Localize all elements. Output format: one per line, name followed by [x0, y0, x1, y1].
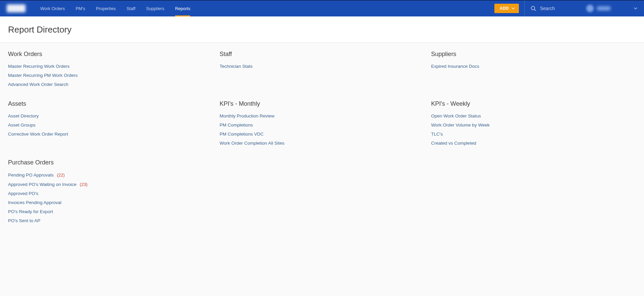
group-title: Purchase Orders	[8, 159, 213, 166]
report-link[interactable]: Work Order Completion All Sites	[220, 141, 425, 146]
report-link[interactable]: Advanced Work Order Search	[8, 82, 213, 87]
nav-work-orders[interactable]: Work Orders	[35, 0, 70, 16]
report-link[interactable]: Asset Groups	[8, 122, 213, 128]
report-links: Expired Insurance Docs	[431, 64, 636, 69]
report-links: Monthly Production Review PM Completions…	[220, 113, 425, 146]
report-link[interactable]: Master Recurring Work Orders	[8, 64, 213, 69]
report-link[interactable]: Pending PO Approvals	[8, 172, 54, 178]
report-link[interactable]: PM Completions	[220, 122, 425, 128]
search-wrap[interactable]	[525, 6, 582, 11]
count-badge: (23)	[80, 182, 88, 187]
report-link[interactable]: PM Completions VDC	[220, 132, 425, 137]
svg-line-1	[534, 9, 536, 11]
chevron-down-icon	[634, 7, 637, 9]
top-nav-bar: Work Orders PM's Properties Staff Suppli…	[0, 0, 644, 16]
group-purchase-orders: Purchase Orders Pending PO Approvals (22…	[8, 159, 213, 223]
report-links: Pending PO Approvals (22) Approved PO's …	[8, 172, 213, 223]
add-button[interactable]: ADD	[494, 4, 519, 13]
report-link[interactable]: Open Work Order Status	[431, 113, 636, 118]
group-title: Work Orders	[8, 51, 213, 58]
report-directory-content: Work Orders Master Recurring Work Orders…	[0, 43, 644, 237]
report-link[interactable]: Master Recurring PM Work Orders	[8, 73, 213, 78]
report-link[interactable]: Corrective Work Order Report	[8, 132, 213, 137]
report-link[interactable]: TLC's	[431, 132, 636, 137]
report-link[interactable]: Expired Insurance Docs	[431, 64, 636, 69]
group-kpi-weekly: KPI's - Weekly Open Work Order Status Wo…	[431, 100, 636, 146]
group-kpi-monthly: KPI's - Monthly Monthly Production Revie…	[220, 100, 425, 146]
report-link[interactable]: Created vs Completed	[431, 141, 636, 146]
search-input[interactable]	[540, 6, 574, 11]
report-link[interactable]: Asset Directory	[8, 113, 213, 118]
report-link[interactable]: PO's Ready for Export	[8, 209, 213, 214]
report-link[interactable]: Work Order Volume by Week	[431, 122, 636, 128]
search-icon	[531, 6, 536, 11]
nav-pms[interactable]: PM's	[70, 0, 90, 16]
page-title: Report Directory	[8, 24, 636, 35]
nav-properties[interactable]: Properties	[91, 0, 121, 16]
report-link[interactable]: Approved PO's	[8, 191, 213, 196]
logo[interactable]	[7, 4, 25, 12]
group-suppliers: Suppliers Expired Insurance Docs	[431, 51, 636, 87]
group-title: Staff	[220, 51, 425, 58]
group-title: KPI's - Weekly	[431, 100, 636, 107]
nav-staff[interactable]: Staff	[121, 0, 141, 16]
nav-items: Work Orders PM's Properties Staff Suppli…	[35, 0, 196, 16]
report-link[interactable]: Technician Stats	[220, 64, 425, 69]
report-link[interactable]: Approved PO's Waiting on Invoice	[8, 182, 76, 187]
avatar	[586, 5, 594, 12]
group-title: Suppliers	[431, 51, 636, 58]
group-staff: Staff Technician Stats	[220, 51, 425, 87]
report-links: Open Work Order Status Work Order Volume…	[431, 113, 636, 146]
chevron-down-icon	[512, 7, 515, 9]
topbar-right: ADD	[494, 0, 644, 16]
nav-suppliers[interactable]: Suppliers	[141, 0, 170, 16]
report-links: Master Recurring Work Orders Master Recu…	[8, 64, 213, 87]
group-assets: Assets Asset Directory Asset Groups Corr…	[8, 100, 213, 146]
report-links: Asset Directory Asset Groups Corrective …	[8, 113, 213, 137]
group-work-orders: Work Orders Master Recurring Work Orders…	[8, 51, 213, 87]
user-name	[597, 6, 610, 10]
group-title: KPI's - Monthly	[220, 100, 425, 107]
count-badge: (22)	[57, 172, 65, 178]
report-links: Technician Stats	[220, 64, 425, 69]
report-link[interactable]: Invoices Pending Approval	[8, 200, 213, 205]
add-button-label: ADD	[500, 6, 509, 11]
nav-reports[interactable]: Reports	[170, 0, 196, 16]
group-title: Assets	[8, 100, 213, 107]
report-link[interactable]: Monthly Production Review	[220, 113, 425, 118]
page-header: Report Directory	[0, 16, 644, 43]
user-menu[interactable]	[582, 0, 644, 16]
report-link[interactable]: PO's Sent to AP	[8, 218, 213, 223]
